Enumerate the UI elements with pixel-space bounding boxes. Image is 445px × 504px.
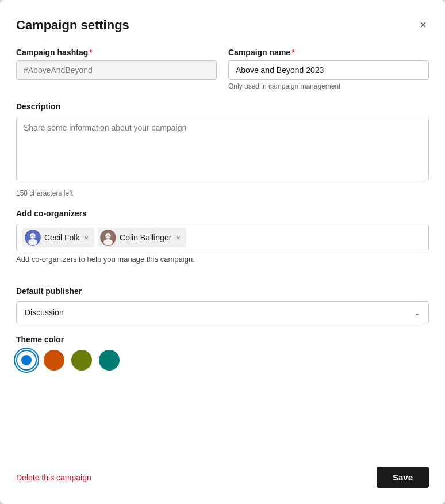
campaign-name-hint: Only used in campaign management — [228, 82, 429, 90]
top-form-row: Campaign hashtag* Campaign name* Only us… — [16, 48, 429, 90]
campaign-hashtag-group: Campaign hashtag* — [16, 48, 217, 90]
organizer-name-cecil: Cecil Folk — [44, 233, 79, 242]
color-swatch-blue[interactable] — [16, 350, 37, 371]
co-organizers-label: Add co-organizers — [16, 209, 429, 218]
campaign-hashtag-input[interactable] — [16, 60, 217, 80]
modal-header: Campaign settings × — [16, 16, 429, 34]
avatar-colin — [100, 230, 116, 246]
campaign-settings-modal: Campaign settings × Campaign hashtag* Ca… — [0, 0, 445, 504]
modal-footer: Delete this campaign Save — [16, 461, 429, 488]
organizer-name-colin: Colin Ballinger — [120, 233, 171, 242]
color-swatch-olive[interactable] — [71, 350, 92, 371]
publisher-value: Discussion — [25, 308, 64, 317]
organizer-tag-cecil: Cecil Folk × — [22, 228, 94, 247]
organizer-tag-colin: Colin Ballinger × — [98, 228, 186, 247]
avatar-cecil — [25, 230, 41, 246]
description-textarea[interactable] — [16, 117, 429, 180]
co-organizers-hint: Add co-organizers to help you manage thi… — [16, 255, 429, 264]
save-button[interactable]: Save — [377, 467, 429, 488]
campaign-name-input[interactable] — [228, 60, 429, 80]
svg-point-2 — [28, 239, 37, 245]
color-swatches — [16, 350, 429, 371]
theme-color-label: Theme color — [16, 335, 429, 344]
campaign-name-label: Campaign name* — [228, 48, 429, 57]
close-button[interactable]: × — [417, 16, 429, 34]
color-swatch-orange[interactable] — [44, 350, 64, 371]
description-section: Description — [16, 102, 429, 182]
required-star-hashtag: * — [89, 48, 92, 57]
svg-point-8 — [103, 239, 113, 245]
publisher-section: Default publisher Discussion ⌄ — [16, 287, 429, 323]
color-swatch-teal[interactable] — [99, 350, 120, 371]
description-label: Description — [16, 102, 429, 111]
delete-campaign-button[interactable]: Delete this campaign — [16, 473, 91, 482]
required-star-name: * — [291, 48, 294, 57]
campaign-name-group: Campaign name* Only used in campaign man… — [228, 48, 429, 90]
co-organizers-section: Add co-organizers Cecil Folk × — [16, 209, 429, 275]
remove-cecil-button[interactable]: × — [83, 234, 90, 242]
theme-color-section: Theme color — [16, 335, 429, 371]
remove-colin-button[interactable]: × — [175, 234, 182, 242]
publisher-dropdown[interactable]: Discussion ⌄ — [16, 301, 429, 323]
campaign-hashtag-label: Campaign hashtag* — [16, 48, 217, 57]
co-organizers-box[interactable]: Cecil Folk × Colin Ballinger × — [16, 224, 429, 251]
chevron-down-icon: ⌄ — [414, 308, 420, 317]
modal-title: Campaign settings — [16, 18, 129, 33]
char-count: 150 characters left — [16, 189, 429, 197]
publisher-label: Default publisher — [16, 287, 429, 296]
